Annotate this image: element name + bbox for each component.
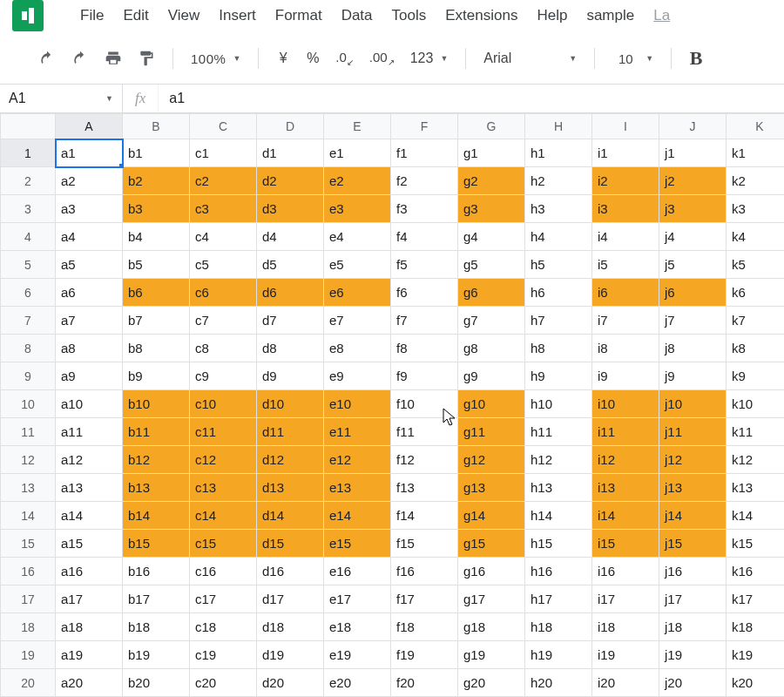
cell[interactable]: b13	[123, 474, 190, 502]
cell[interactable]: d3	[257, 195, 324, 223]
cell[interactable]: g20	[458, 669, 525, 697]
cell[interactable]: d13	[257, 474, 324, 502]
cell[interactable]: f16	[391, 558, 458, 585]
cell[interactable]: f9	[391, 362, 458, 390]
cell[interactable]: b6	[123, 279, 190, 307]
cell[interactable]: k11	[727, 418, 785, 446]
cell[interactable]: g14	[458, 502, 525, 530]
row-header[interactable]: 11	[1, 418, 56, 446]
cell[interactable]: k9	[727, 362, 785, 390]
cell[interactable]: i1	[592, 139, 659, 167]
cell[interactable]: e15	[324, 530, 391, 558]
cell[interactable]: b17	[123, 585, 190, 613]
formula-bar[interactable]: a1	[159, 91, 784, 106]
cell[interactable]: h20	[525, 669, 592, 697]
cell[interactable]: k15	[727, 530, 785, 558]
cell[interactable]: j3	[659, 195, 727, 223]
cell[interactable]: k4	[727, 223, 785, 251]
cell[interactable]: d12	[257, 446, 324, 474]
cell[interactable]: g4	[458, 223, 525, 251]
cell[interactable]: e5	[324, 251, 391, 279]
cell[interactable]: a12	[56, 446, 123, 474]
cell[interactable]: b15	[123, 530, 190, 558]
cell[interactable]: e20	[324, 669, 391, 697]
cell[interactable]: h6	[525, 279, 592, 307]
cell[interactable]: a20	[56, 669, 123, 697]
cell[interactable]: h1	[525, 139, 592, 167]
cell[interactable]: i12	[592, 446, 659, 474]
cell[interactable]: d14	[257, 502, 324, 530]
cell[interactable]: g6	[458, 279, 525, 307]
cell[interactable]: k19	[727, 641, 785, 669]
cell[interactable]: c12	[190, 446, 257, 474]
cell[interactable]: a8	[56, 335, 123, 362]
cell[interactable]: b3	[123, 195, 190, 223]
row-header[interactable]: 17	[1, 585, 56, 613]
cell[interactable]: g11	[458, 418, 525, 446]
menu-format[interactable]: Format	[275, 7, 322, 24]
cell[interactable]: b16	[123, 558, 190, 585]
col-header[interactable]: B	[123, 114, 190, 139]
col-header[interactable]: K	[727, 114, 785, 139]
cell[interactable]: d5	[257, 251, 324, 279]
col-header[interactable]: D	[257, 114, 324, 139]
cell[interactable]: a3	[56, 195, 123, 223]
decrease-decimal-button[interactable]: .0↙	[332, 48, 357, 69]
cell[interactable]: d10	[257, 390, 324, 418]
cell[interactable]: h8	[525, 335, 592, 362]
cell[interactable]: a10	[56, 390, 123, 418]
currency-button[interactable]: ¥	[273, 49, 294, 68]
cell[interactable]: g9	[458, 362, 525, 390]
cell[interactable]: i17	[592, 585, 659, 613]
cell[interactable]: c6	[190, 279, 257, 307]
cell[interactable]: f10	[391, 390, 458, 418]
cell[interactable]: i2	[592, 167, 659, 195]
font-size-dropdown[interactable]: 10 ▼	[609, 50, 657, 68]
row-header[interactable]: 12	[1, 446, 56, 474]
cell[interactable]: j16	[659, 558, 727, 585]
cell[interactable]: b5	[123, 251, 190, 279]
cell[interactable]: d9	[257, 362, 324, 390]
cell[interactable]: a5	[56, 251, 123, 279]
cell[interactable]: e11	[324, 418, 391, 446]
cell[interactable]: j2	[659, 167, 727, 195]
col-header[interactable]: J	[659, 114, 727, 139]
cell[interactable]: f14	[391, 502, 458, 530]
cell[interactable]: d2	[257, 167, 324, 195]
cell[interactable]: e13	[324, 474, 391, 502]
cell[interactable]: e16	[324, 558, 391, 585]
cell[interactable]: h11	[525, 418, 592, 446]
cell[interactable]: c19	[190, 641, 257, 669]
cell[interactable]: b2	[123, 167, 190, 195]
cell[interactable]: a13	[56, 474, 123, 502]
cell[interactable]: j17	[659, 585, 727, 613]
cell[interactable]: e3	[324, 195, 391, 223]
cell[interactable]: c15	[190, 530, 257, 558]
cell[interactable]: e7	[324, 307, 391, 335]
col-header[interactable]: H	[525, 114, 592, 139]
cell[interactable]: e8	[324, 335, 391, 362]
cell[interactable]: a4	[56, 223, 123, 251]
cell[interactable]: j11	[659, 418, 727, 446]
cell[interactable]: c18	[190, 613, 257, 641]
cell[interactable]: f12	[391, 446, 458, 474]
cell[interactable]: h2	[525, 167, 592, 195]
cell[interactable]: b10	[123, 390, 190, 418]
row-header[interactable]: 9	[1, 362, 56, 390]
cell[interactable]: k12	[727, 446, 785, 474]
cell[interactable]: d16	[257, 558, 324, 585]
cell[interactable]: c7	[190, 307, 257, 335]
col-header[interactable]: I	[592, 114, 659, 139]
cell[interactable]: g18	[458, 613, 525, 641]
cell[interactable]: c1	[190, 139, 257, 167]
cell[interactable]: d1	[257, 139, 324, 167]
cell[interactable]: i4	[592, 223, 659, 251]
row-header[interactable]: 4	[1, 223, 56, 251]
cell[interactable]: i20	[592, 669, 659, 697]
cell[interactable]: b11	[123, 418, 190, 446]
cell[interactable]: f11	[391, 418, 458, 446]
cell[interactable]: c20	[190, 669, 257, 697]
cell[interactable]: f18	[391, 613, 458, 641]
cell[interactable]: f17	[391, 585, 458, 613]
cell[interactable]: k20	[727, 669, 785, 697]
